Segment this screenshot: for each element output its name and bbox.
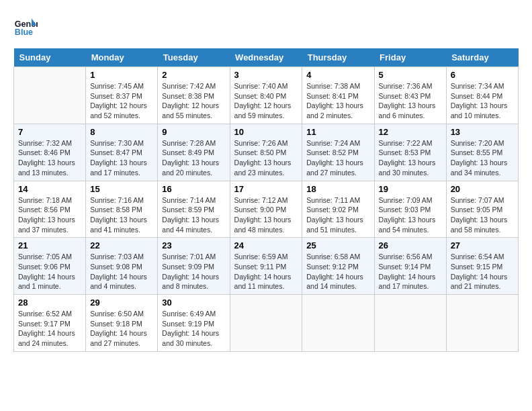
day-cell: 18Sunrise: 7:11 AM Sunset: 9:02 PM Dayli… [302, 181, 374, 238]
day-info: Sunrise: 6:56 AM Sunset: 9:14 PM Dayligh… [379, 252, 442, 291]
day-cell: 11Sunrise: 7:24 AM Sunset: 8:52 PM Dayli… [302, 124, 374, 181]
day-number: 5 [379, 70, 442, 80]
day-info: Sunrise: 7:45 AM Sunset: 8:37 PM Dayligh… [90, 81, 153, 121]
day-info: Sunrise: 6:52 AM Sunset: 9:17 PM Dayligh… [18, 309, 81, 349]
day-cell: 10Sunrise: 7:26 AM Sunset: 8:50 PM Dayli… [230, 124, 302, 181]
day-info: Sunrise: 6:54 AM Sunset: 9:15 PM Dayligh… [451, 252, 514, 291]
day-cell: 23Sunrise: 7:01 AM Sunset: 9:09 PM Dayli… [158, 238, 230, 295]
day-info: Sunrise: 7:07 AM Sunset: 9:05 PM Dayligh… [451, 195, 514, 235]
day-cell: 4Sunrise: 7:38 AM Sunset: 8:41 PM Daylig… [302, 67, 374, 124]
day-number: 26 [379, 240, 442, 250]
day-header-tuesday: Tuesday [158, 48, 230, 67]
day-cell [14, 67, 86, 124]
week-row-3: 14Sunrise: 7:18 AM Sunset: 8:56 PM Dayli… [14, 181, 519, 238]
day-info: Sunrise: 7:09 AM Sunset: 9:03 PM Dayligh… [379, 195, 442, 235]
day-number: 23 [162, 240, 225, 250]
day-cell: 19Sunrise: 7:09 AM Sunset: 9:03 PM Dayli… [374, 181, 446, 238]
day-header-thursday: Thursday [302, 48, 374, 67]
day-info: Sunrise: 7:32 AM Sunset: 8:46 PM Dayligh… [18, 138, 81, 178]
day-number: 15 [90, 184, 153, 194]
day-cell: 15Sunrise: 7:16 AM Sunset: 8:58 PM Dayli… [86, 181, 158, 238]
day-number: 14 [18, 184, 81, 194]
calendar-table: SundayMondayTuesdayWednesdayThursdayFrid… [13, 48, 519, 352]
day-cell: 14Sunrise: 7:18 AM Sunset: 8:56 PM Dayli… [14, 181, 86, 238]
day-info: Sunrise: 7:26 AM Sunset: 8:50 PM Dayligh… [234, 138, 298, 178]
day-info: Sunrise: 7:40 AM Sunset: 8:40 PM Dayligh… [234, 81, 298, 121]
logo-icon: General Blue [13, 13, 38, 38]
svg-text:Blue: Blue [15, 28, 33, 37]
day-cell: 16Sunrise: 7:14 AM Sunset: 8:59 PM Dayli… [158, 181, 230, 238]
day-info: Sunrise: 7:22 AM Sunset: 8:53 PM Dayligh… [379, 138, 442, 178]
day-number: 7 [18, 127, 81, 137]
day-cell: 1Sunrise: 7:45 AM Sunset: 8:37 PM Daylig… [86, 67, 158, 124]
day-number: 11 [306, 127, 369, 137]
logo: General Blue [13, 13, 38, 38]
day-cell: 5Sunrise: 7:36 AM Sunset: 8:43 PM Daylig… [374, 67, 446, 124]
day-cell: 26Sunrise: 6:56 AM Sunset: 9:14 PM Dayli… [374, 238, 446, 295]
day-number: 17 [234, 184, 298, 194]
day-number: 2 [162, 70, 225, 80]
day-number: 16 [162, 184, 225, 194]
day-cell: 20Sunrise: 7:07 AM Sunset: 9:05 PM Dayli… [446, 181, 518, 238]
page-header: General Blue [13, 13, 519, 38]
day-header-saturday: Saturday [446, 48, 518, 67]
day-number: 3 [234, 70, 298, 80]
day-header-monday: Monday [86, 48, 158, 67]
day-cell: 7Sunrise: 7:32 AM Sunset: 8:46 PM Daylig… [14, 124, 86, 181]
day-cell [446, 295, 518, 352]
day-number: 27 [451, 240, 514, 250]
day-cell [302, 295, 374, 352]
day-info: Sunrise: 7:42 AM Sunset: 8:38 PM Dayligh… [162, 81, 225, 121]
day-cell [230, 295, 302, 352]
day-cell: 30Sunrise: 6:49 AM Sunset: 9:19 PM Dayli… [158, 295, 230, 352]
day-cell: 6Sunrise: 7:34 AM Sunset: 8:44 PM Daylig… [446, 67, 518, 124]
day-info: Sunrise: 6:58 AM Sunset: 9:12 PM Dayligh… [306, 252, 369, 291]
day-number: 6 [451, 70, 514, 80]
day-cell: 9Sunrise: 7:28 AM Sunset: 8:49 PM Daylig… [158, 124, 230, 181]
day-number: 9 [162, 127, 225, 137]
day-cell: 28Sunrise: 6:52 AM Sunset: 9:17 PM Dayli… [14, 295, 86, 352]
day-number: 21 [18, 240, 81, 250]
day-info: Sunrise: 7:36 AM Sunset: 8:43 PM Dayligh… [379, 81, 442, 121]
day-info: Sunrise: 7:14 AM Sunset: 8:59 PM Dayligh… [162, 195, 225, 235]
week-row-2: 7Sunrise: 7:32 AM Sunset: 8:46 PM Daylig… [14, 124, 519, 181]
week-row-4: 21Sunrise: 7:05 AM Sunset: 9:06 PM Dayli… [14, 238, 519, 295]
day-info: Sunrise: 7:38 AM Sunset: 8:41 PM Dayligh… [306, 81, 369, 121]
day-cell: 13Sunrise: 7:20 AM Sunset: 8:55 PM Dayli… [446, 124, 518, 181]
week-row-5: 28Sunrise: 6:52 AM Sunset: 9:17 PM Dayli… [14, 295, 519, 352]
day-info: Sunrise: 7:34 AM Sunset: 8:44 PM Dayligh… [451, 81, 514, 121]
day-number: 22 [90, 240, 153, 250]
day-cell: 29Sunrise: 6:50 AM Sunset: 9:18 PM Dayli… [86, 295, 158, 352]
day-cell: 27Sunrise: 6:54 AM Sunset: 9:15 PM Dayli… [446, 238, 518, 295]
day-cell: 3Sunrise: 7:40 AM Sunset: 8:40 PM Daylig… [230, 67, 302, 124]
day-number: 19 [379, 184, 442, 194]
day-info: Sunrise: 6:49 AM Sunset: 9:19 PM Dayligh… [162, 309, 225, 349]
day-number: 30 [162, 298, 225, 308]
day-number: 25 [306, 240, 369, 250]
day-info: Sunrise: 6:50 AM Sunset: 9:18 PM Dayligh… [90, 309, 153, 349]
day-info: Sunrise: 7:01 AM Sunset: 9:09 PM Dayligh… [162, 252, 225, 291]
day-cell: 8Sunrise: 7:30 AM Sunset: 8:47 PM Daylig… [86, 124, 158, 181]
day-number: 8 [90, 127, 153, 137]
day-number: 1 [90, 70, 153, 80]
week-row-1: 1Sunrise: 7:45 AM Sunset: 8:37 PM Daylig… [14, 67, 519, 124]
day-cell: 21Sunrise: 7:05 AM Sunset: 9:06 PM Dayli… [14, 238, 86, 295]
day-number: 4 [306, 70, 369, 80]
day-info: Sunrise: 7:03 AM Sunset: 9:08 PM Dayligh… [90, 252, 153, 291]
day-header-wednesday: Wednesday [230, 48, 302, 67]
day-cell [374, 295, 446, 352]
day-header-friday: Friday [374, 48, 446, 67]
day-info: Sunrise: 7:05 AM Sunset: 9:06 PM Dayligh… [18, 252, 81, 291]
day-info: Sunrise: 6:59 AM Sunset: 9:11 PM Dayligh… [234, 252, 298, 291]
day-number: 24 [234, 240, 298, 250]
day-number: 12 [379, 127, 442, 137]
day-number: 13 [451, 127, 514, 137]
day-number: 29 [90, 298, 153, 308]
day-cell: 25Sunrise: 6:58 AM Sunset: 9:12 PM Dayli… [302, 238, 374, 295]
day-number: 28 [18, 298, 81, 308]
day-info: Sunrise: 7:12 AM Sunset: 9:00 PM Dayligh… [234, 195, 298, 235]
day-info: Sunrise: 7:30 AM Sunset: 8:47 PM Dayligh… [90, 138, 153, 178]
day-info: Sunrise: 7:24 AM Sunset: 8:52 PM Dayligh… [306, 138, 369, 178]
day-header-sunday: Sunday [14, 48, 86, 67]
day-cell: 17Sunrise: 7:12 AM Sunset: 9:00 PM Dayli… [230, 181, 302, 238]
